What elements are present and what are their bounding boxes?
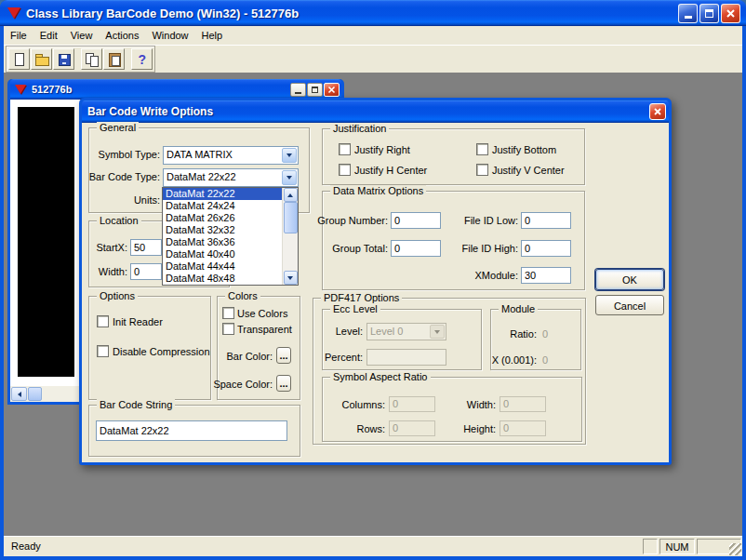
ratio-label: Ratio: (510, 328, 537, 340)
transparent-checkbox[interactable] (222, 323, 234, 335)
group-total-label: Group Total: (332, 243, 388, 255)
window-title: Class Library BarCode Demo (Win32) - 512… (26, 7, 676, 20)
scroll-left-icon (18, 392, 21, 397)
bar-code-string-label: Bar Code String (97, 399, 175, 411)
menu-view[interactable]: View (64, 28, 100, 43)
document-minimize-button[interactable] (290, 83, 306, 97)
space-color-browse-button[interactable]: ... (276, 375, 291, 392)
dropdown-item[interactable]: DataMat 32x32 (163, 224, 282, 236)
space-color-label: Space Color: (213, 379, 273, 391)
paste-icon (107, 52, 122, 67)
scroll-up-button[interactable] (284, 188, 298, 202)
rows-label: Rows: (356, 423, 385, 435)
status-ready-text: Ready (4, 537, 642, 556)
symbol-type-value: DATA MATRIX (164, 147, 281, 164)
resize-grip[interactable] (729, 543, 741, 555)
scroll-left-button[interactable] (11, 387, 27, 401)
scroll-down-button[interactable] (284, 271, 298, 285)
ecc-level-label: Ecc Level (330, 303, 380, 315)
menu-actions[interactable]: Actions (99, 28, 145, 43)
maximize-icon (705, 9, 713, 18)
symbol-aspect-ratio-label: Symbol Aspect Ratio (330, 371, 431, 383)
transparent-label: Transparent (237, 324, 292, 336)
justify-right-label: Justify Right (354, 144, 410, 156)
file-id-high-field[interactable]: 0 (521, 240, 571, 257)
percent-label: Percent: (325, 352, 363, 364)
dialog-close-button[interactable] (649, 103, 666, 120)
toolbar-separator (126, 48, 130, 70)
disable-compression-label: Disable Compression (113, 346, 210, 358)
init-reader-checkbox[interactable] (97, 315, 109, 327)
dropdown-item[interactable]: DataMat 36x36 (163, 236, 282, 248)
aspect-height-field: 0 (500, 420, 546, 436)
xmodule-field[interactable]: 30 (521, 267, 571, 284)
justify-v-center-checkbox[interactable] (476, 164, 488, 176)
save-button[interactable] (53, 48, 74, 70)
document-restore-button[interactable] (307, 83, 323, 97)
dropdown-item-selected[interactable]: DataMat 22x22 (163, 188, 282, 200)
paste-button[interactable] (103, 48, 125, 70)
file-id-low-label: File ID Low: (464, 215, 518, 227)
toolbar-separator (75, 48, 80, 70)
group-number-field[interactable]: 0 (391, 212, 441, 229)
document-close-button[interactable] (324, 83, 340, 97)
menu-window[interactable]: Window (145, 28, 194, 43)
justify-h-center-checkbox[interactable] (339, 164, 351, 176)
columns-field: 0 (389, 396, 435, 412)
disable-compression-checkbox[interactable] (97, 345, 109, 357)
cancel-button[interactable]: Cancel (595, 295, 664, 315)
symbol-type-label: Symbol Type: (99, 149, 160, 161)
dialog-titlebar: Bar Code Write Options (82, 100, 669, 123)
group-number-label: Group Number: (317, 215, 388, 227)
group-total-field[interactable]: 0 (391, 240, 441, 257)
document-titlebar: 512776b (10, 79, 341, 100)
bar-code-type-combobox[interactable]: DataMat 22x22 (163, 168, 299, 187)
new-button[interactable] (8, 48, 30, 70)
maximize-button[interactable] (699, 4, 719, 23)
dropdown-item[interactable]: DataMat 40x40 (163, 248, 282, 260)
scroll-down-icon (287, 276, 293, 280)
scrollbar-thumb[interactable] (28, 387, 42, 401)
file-id-high-label: File ID High: (461, 243, 518, 255)
dropdown-item[interactable]: DataMat 24x24 (163, 200, 282, 212)
open-button[interactable] (31, 48, 52, 70)
dialog-body: General Symbol Type: DATA MATRIX Bar Cod… (82, 123, 669, 462)
copy-button[interactable] (81, 48, 102, 70)
save-icon (57, 52, 72, 67)
xmodule-label: XModule: (475, 270, 518, 282)
menu-file[interactable]: File (4, 28, 33, 43)
dropdown-scrollbar-thumb[interactable] (284, 202, 298, 233)
dropdown-item[interactable]: DataMat 44x44 (163, 260, 282, 273)
location-width-field[interactable]: 0 (130, 263, 162, 280)
dropdown-item[interactable]: DataMat 48x48 (163, 273, 282, 285)
bar-code-string-field[interactable]: DataMat 22x22 (96, 420, 287, 441)
data-matrix-options-label: Data Matrix Options (330, 185, 426, 197)
file-id-low-field[interactable]: 0 (521, 212, 571, 229)
symbol-type-combobox[interactable]: DATA MATRIX (163, 146, 299, 165)
startx-field[interactable]: 50 (130, 239, 162, 256)
dropdown-scrollbar (282, 188, 298, 285)
help-button[interactable] (131, 48, 153, 70)
percent-field (366, 349, 446, 366)
dropdown-item[interactable]: DataMat 26x26 (163, 212, 282, 224)
bar-code-type-dropdown-list: DataMat 22x22 DataMat 24x24 DataMat 26x2… (162, 187, 299, 286)
mdi-client-area: 512776b Bar Code Write Options (4, 73, 742, 536)
minimize-button[interactable] (678, 4, 698, 23)
bar-code-type-dropdown-button[interactable] (282, 170, 297, 185)
menu-edit[interactable]: Edit (33, 28, 64, 43)
copy-icon (85, 52, 100, 67)
menu-help[interactable]: Help (195, 28, 230, 43)
app-icon (7, 7, 20, 19)
general-group-label: General (97, 122, 139, 134)
module-group-label: Module (499, 303, 538, 315)
level-combobox: Level 0 (366, 323, 446, 340)
app-window: Class Library BarCode Demo (Win32) - 512… (0, 0, 746, 560)
ok-button[interactable]: OK (595, 269, 664, 290)
justify-bottom-checkbox[interactable] (476, 143, 488, 155)
symbol-type-dropdown-button[interactable] (282, 148, 297, 163)
use-colors-checkbox[interactable] (222, 307, 234, 319)
close-button[interactable] (721, 4, 740, 23)
bar-color-browse-button[interactable]: ... (276, 347, 291, 364)
help-icon (135, 52, 150, 67)
justify-right-checkbox[interactable] (339, 143, 351, 155)
